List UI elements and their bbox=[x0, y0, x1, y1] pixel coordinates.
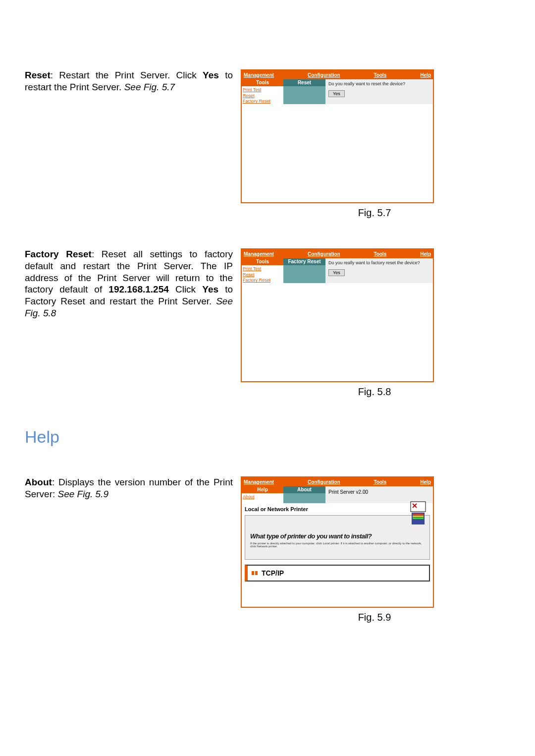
panel-header-reset: Reset bbox=[283, 79, 325, 86]
heading-help: Help bbox=[25, 427, 510, 447]
nav-help[interactable]: Help bbox=[420, 479, 431, 485]
panel-header-about: About bbox=[283, 486, 325, 493]
version-text: Print Server v2.00 bbox=[328, 489, 368, 495]
tcpip-bar: TCP/IP bbox=[245, 565, 430, 582]
sidebar-header-tools: Tools bbox=[242, 258, 283, 265]
sidebar-link-reset[interactable]: Reset bbox=[243, 272, 282, 278]
svg-rect-5 bbox=[252, 571, 254, 575]
sidebar-link-reset[interactable]: Reset bbox=[243, 93, 282, 99]
sidebar-link-factory-reset[interactable]: Factory Reset bbox=[243, 278, 282, 284]
sidebar-link-print-test[interactable]: Print Test bbox=[243, 87, 282, 93]
about-description: About: Displays the version number of th… bbox=[25, 476, 233, 623]
nav-configuration[interactable]: Configuration bbox=[308, 72, 340, 78]
svg-rect-4 bbox=[413, 518, 424, 519]
reset-description: Reset: Restart the Print Server. Click Y… bbox=[25, 69, 233, 219]
nav-help[interactable]: Help bbox=[420, 72, 431, 78]
figure-caption-5-7: Fig. 5.7 bbox=[239, 207, 510, 219]
sidebar-link-print-test[interactable]: Print Test bbox=[243, 266, 282, 272]
yes-button[interactable]: Yes bbox=[328, 90, 345, 97]
figure-5-8-screenshot: Management Configuration Tools Help Tool… bbox=[241, 248, 434, 382]
svg-rect-0 bbox=[411, 502, 426, 512]
figure-5-7-screenshot: Management Configuration Tools Help Tool… bbox=[241, 69, 434, 203]
factory-reset-description: Factory Reset: Reset all settings to fac… bbox=[25, 248, 233, 398]
printer-wizard-icon bbox=[410, 501, 427, 525]
nav-management[interactable]: Management bbox=[244, 72, 274, 78]
sidebar-header-tools: Tools bbox=[242, 79, 283, 86]
nav-configuration[interactable]: Configuration bbox=[308, 251, 340, 257]
svg-rect-2 bbox=[413, 514, 424, 515]
sidebar-link-about[interactable]: About bbox=[243, 494, 282, 500]
wizard-question: What type of printer do you want to inst… bbox=[250, 532, 425, 540]
reset-question: Do you really want to reset the device? bbox=[328, 81, 430, 86]
nav-tools[interactable]: Tools bbox=[374, 479, 386, 485]
svg-rect-6 bbox=[255, 571, 258, 575]
nav-configuration[interactable]: Configuration bbox=[308, 479, 340, 485]
figure-caption-5-8: Fig. 5.8 bbox=[239, 386, 510, 398]
figure-5-9-screenshot: Management Configuration Tools Help Help… bbox=[241, 476, 434, 608]
factory-reset-question: Do you really want to factory reset the … bbox=[328, 260, 430, 265]
svg-rect-3 bbox=[413, 516, 424, 517]
nav-management[interactable]: Management bbox=[244, 479, 274, 485]
nav-help[interactable]: Help bbox=[420, 251, 431, 257]
nav-tools[interactable]: Tools bbox=[374, 251, 386, 257]
nav-management[interactable]: Management bbox=[244, 251, 274, 257]
sidebar-header-help: Help bbox=[242, 486, 283, 493]
local-network-printer-header: Local or Network Printer bbox=[245, 506, 430, 512]
figure-caption-5-9: Fig. 5.9 bbox=[239, 612, 510, 623]
wizard-subtext: If the printer is directly attached to y… bbox=[250, 542, 425, 548]
sidebar-link-factory-reset[interactable]: Factory Reset bbox=[243, 99, 282, 105]
panel-header-factory-reset: Factory Reset bbox=[283, 258, 325, 265]
tcpip-icon bbox=[251, 569, 259, 577]
yes-button[interactable]: Yes bbox=[328, 269, 345, 276]
nav-tools[interactable]: Tools bbox=[374, 72, 386, 78]
